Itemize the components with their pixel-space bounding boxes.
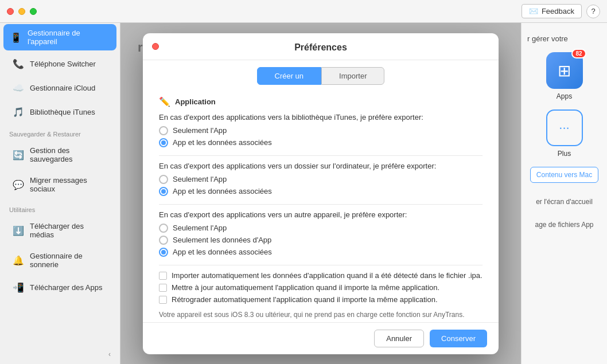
radio-option-folder-app-only[interactable]: Seulement l'App	[159, 175, 483, 184]
radio-device-app-only[interactable]	[159, 224, 168, 233]
checkbox-auto-downgrade[interactable]: Rétrograder automatiquement l'applicatio…	[159, 295, 483, 304]
section-label-backup: Sauvegarder & Restaurer	[0, 124, 120, 140]
mail-icon: ✉️	[529, 7, 538, 15]
download-icon: ⬇️	[13, 225, 24, 236]
modal-body: ✏️ Application En cas d'export des appli…	[143, 92, 499, 322]
sidebar-collapse-button[interactable]: ‹	[99, 345, 120, 364]
ellipsis-icon: ···	[559, 120, 569, 135]
radio-itunes-app-data[interactable]	[159, 138, 168, 147]
radio-option-itunes-app-data[interactable]: App et les données associées	[159, 138, 483, 147]
cancel-button[interactable]: Annuler	[374, 330, 424, 347]
radio-folder-app-only[interactable]	[159, 175, 168, 184]
title-bar-actions: ✉️ Feedback ?	[522, 4, 600, 18]
icloud-icon: ☁️	[13, 82, 24, 93]
modal-footer: Annuler Conserver	[143, 322, 499, 354]
radio-itunes-app-only[interactable]	[159, 126, 168, 135]
divider-1	[159, 155, 483, 156]
apps-icon-wrapper[interactable]: ⊞ 82 Apps	[546, 52, 583, 100]
checkbox-auto-update[interactable]: Mettre à jour automatiquement l'applicat…	[159, 283, 483, 292]
phone-switcher-icon: 📞	[13, 58, 24, 69]
checkbox-section: Importer automatiquement les données d'a…	[159, 271, 483, 304]
device-manager-icon: 📱	[10, 32, 22, 43]
sidebar-item-phone-switcher[interactable]: 📞 Téléphone Switcher	[3, 52, 116, 75]
plus-icon-wrapper[interactable]: ··· Plus	[546, 109, 583, 158]
info-text: Votre appareil est sous iOS 8.3 ou ultér…	[159, 310, 483, 320]
main-layout: 📱 Gestionnaire de l'appareil 📞 Téléphone…	[0, 23, 607, 364]
ringtone-icon: 🔔	[13, 255, 24, 266]
export-section-1: En cas d'export des applications vers la…	[159, 113, 483, 147]
radio-device-app-data[interactable]	[159, 248, 168, 257]
radio-option-folder-app-data[interactable]: App et les données associées	[159, 187, 483, 196]
tab-create[interactable]: Créer un	[257, 67, 322, 85]
export-section-2: En cas d'export des applications vers un…	[159, 162, 483, 196]
divider-3	[159, 265, 483, 265]
feedback-button[interactable]: ✉️ Feedback	[522, 4, 582, 18]
apps-download-icon: 📲	[13, 281, 24, 293]
content-area: r gérer votre Préférences Créer un Impor…	[120, 23, 521, 364]
sidebar-item-ringtone-manager[interactable]: 🔔 Gestionnaire de sonnerie	[3, 246, 116, 275]
radio-device-data-only[interactable]	[159, 236, 168, 245]
traffic-lights	[7, 8, 37, 15]
modal-title: Préférences	[294, 42, 347, 52]
section-label-utilities: Utilitaires	[0, 199, 120, 216]
export-section-3: En cas d'export des applications vers un…	[159, 210, 483, 257]
save-button[interactable]: Conserver	[430, 330, 487, 347]
sidebar-item-backup-manager[interactable]: 🔄 Gestion des sauvegardes	[3, 140, 116, 169]
sidebar-item-device-manager[interactable]: 📱 Gestionnaire de l'appareil	[3, 24, 116, 50]
radio-option-device-app-data[interactable]: App et les données associées	[159, 248, 483, 257]
sidebar-item-itunes-library[interactable]: 🎵 Bibliothèque iTunes	[3, 100, 116, 123]
radio-option-device-app-only[interactable]: Seulement l'App	[159, 224, 483, 233]
radio-option-itunes-app-only[interactable]: Seulement l'App	[159, 126, 483, 135]
apps-icon[interactable]: ⊞ 82	[546, 52, 583, 89]
modal-overlay: Préférences Créer un Importer ✏️ Applica…	[120, 23, 521, 364]
apps-label: Apps	[557, 92, 572, 100]
apps-badge: 82	[571, 49, 586, 58]
section-header: ✏️ Application	[159, 96, 483, 107]
checkbox-auto-update-box[interactable]	[159, 284, 167, 292]
plus-icon[interactable]: ···	[546, 109, 583, 146]
right-panel: r gérer votre ⊞ 82 Apps ··· Plus Contenu…	[521, 23, 607, 364]
close-button[interactable]	[7, 8, 14, 15]
content-to-mac-button[interactable]: Contenu vers Mac	[530, 167, 598, 183]
messages-icon: 💬	[13, 179, 24, 190]
tab-import[interactable]: Importer	[321, 67, 384, 85]
sidebar-item-download-apps[interactable]: 📲 Télécharger des Apps	[3, 276, 116, 299]
tab-switcher: Créer un Importer	[143, 60, 499, 92]
home-screen-label: er l'écran d'accueil	[536, 198, 593, 206]
modal-header: Préférences	[143, 33, 499, 60]
sidebar: 📱 Gestionnaire de l'appareil 📞 Téléphone…	[0, 23, 120, 364]
radio-folder-app-data[interactable]	[159, 187, 168, 196]
app-store-icon: ⊞	[558, 61, 571, 80]
checkbox-auto-import[interactable]: Importer automatiquement les données d'a…	[159, 271, 483, 280]
plus-label: Plus	[558, 150, 571, 158]
help-button[interactable]: ?	[586, 5, 600, 18]
divider-2	[159, 204, 483, 205]
manage-label: r gérer votre	[527, 34, 568, 43]
checkbox-auto-import-box[interactable]	[159, 272, 167, 280]
minimize-button[interactable]	[18, 8, 25, 15]
maximize-button[interactable]	[30, 8, 37, 15]
preferences-modal: Préférences Créer un Importer ✏️ Applica…	[143, 33, 499, 354]
backup-icon: 🔄	[13, 149, 24, 161]
itunes-icon: 🎵	[13, 106, 24, 118]
application-icon: ✏️	[159, 96, 170, 107]
modal-close-dot[interactable]	[152, 43, 159, 50]
radio-option-device-data-only[interactable]: Seulement les données d'App	[159, 236, 483, 245]
file-sharing-label: age de fichiers App	[535, 221, 593, 229]
sidebar-item-social-messages[interactable]: 💬 Migrer messages sociaux	[3, 170, 116, 199]
sidebar-item-icloud-manager[interactable]: ☁️ Gestionnaire iCloud	[3, 76, 116, 99]
sidebar-item-download-media[interactable]: ⬇️ Télécharger des médias	[3, 216, 116, 245]
title-bar: ✉️ Feedback ?	[0, 0, 607, 23]
checkbox-auto-downgrade-box[interactable]	[159, 296, 167, 304]
